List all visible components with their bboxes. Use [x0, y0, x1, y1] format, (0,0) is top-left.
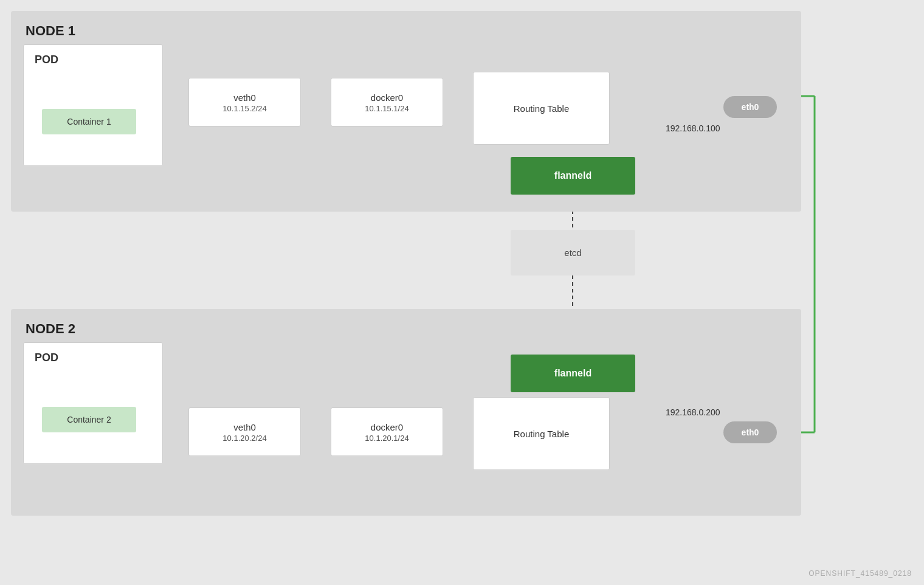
- node1-ip-label: 192.168.0.100: [666, 123, 720, 133]
- node1-routing-table-label: Routing Table: [514, 102, 569, 115]
- node1-flannel-box: flanneld: [511, 157, 635, 195]
- node1-veth0-sublabel: 10.1.15.2/24: [222, 104, 266, 113]
- node1-docker0-box: docker0 10.1.15.1/24: [331, 78, 443, 126]
- etcd-box: etcd: [511, 230, 635, 275]
- node1-eth0-label: eth0: [742, 102, 759, 112]
- node1-docker0-sublabel: 10.1.15.1/24: [365, 104, 409, 113]
- node2-routing-table-label: Routing Table: [514, 428, 569, 440]
- node2-flannel-box: flanneld: [511, 355, 635, 392]
- node2-docker0-label: docker0: [371, 421, 403, 434]
- main-container: NODE 1 POD Container 1 veth0 10.1.15.2/2…: [0, 0, 924, 585]
- node1-flannel-label: flanneld: [554, 170, 591, 181]
- node1-container1-label: Container 1: [67, 117, 111, 126]
- node2-pod-title: POD: [35, 351, 58, 364]
- node2-veth0-box: veth0 10.1.20.2/24: [188, 407, 301, 456]
- node2-container2-box: Container 2: [42, 407, 136, 432]
- node2-veth0-sublabel: 10.1.20.2/24: [222, 434, 266, 443]
- node2-panel: NODE 2 POD Container 2 veth0 10.1.20.2/2…: [11, 309, 801, 516]
- node2-docker0-box: docker0 10.1.20.1/24: [331, 407, 443, 456]
- node2-eth0-label: eth0: [742, 428, 759, 437]
- node2-ip-label: 192.168.0.200: [666, 407, 720, 417]
- node1-routing-table-box: Routing Table: [473, 72, 610, 145]
- node2-pod-box: POD Container 2: [23, 342, 163, 464]
- node2-eth0-pill: eth0: [723, 421, 777, 443]
- node1-eth0-pill: eth0: [723, 96, 777, 118]
- node2-container2-label: Container 2: [67, 415, 111, 424]
- node1-label: NODE 1: [26, 23, 75, 39]
- node1-container1-box: Container 1: [42, 109, 136, 134]
- watermark: OPENSHIFT_415489_0218: [808, 569, 912, 578]
- node1-veth0-label: veth0: [233, 91, 256, 104]
- node1-panel: NODE 1 POD Container 1 veth0 10.1.15.2/2…: [11, 11, 801, 212]
- node2-label: NODE 2: [26, 321, 75, 337]
- node2-routing-table-box: Routing Table: [473, 397, 610, 470]
- node1-pod-title: POD: [35, 54, 58, 66]
- node1-pod-box: POD Container 1: [23, 44, 163, 166]
- etcd-label: etcd: [564, 248, 581, 258]
- node1-docker0-label: docker0: [371, 91, 403, 104]
- node2-flannel-label: flanneld: [554, 368, 591, 379]
- node2-veth0-label: veth0: [233, 421, 256, 434]
- node1-veth0-box: veth0 10.1.15.2/24: [188, 78, 301, 126]
- node2-docker0-sublabel: 10.1.20.1/24: [365, 434, 409, 443]
